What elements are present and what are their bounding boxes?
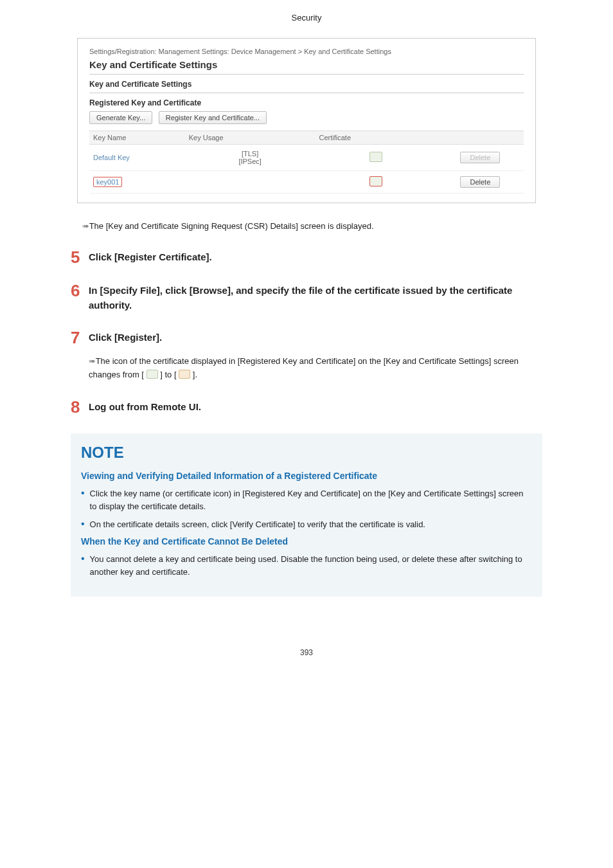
bullet-icon: • [81, 518, 85, 531]
panel-subhead: Key and Certificate Settings [89, 80, 524, 89]
divider [89, 74, 524, 75]
certificate-icon[interactable] [369, 152, 382, 162]
step-6: 6 In [Specify File], click [Browse], and… [71, 284, 542, 312]
bullet-icon: • [81, 553, 85, 579]
bullet-icon: • [81, 487, 85, 513]
col-key-name: Key Name [89, 131, 185, 145]
step-text: Log out from Remote UI. [89, 400, 542, 415]
step-8: 8 Log out from Remote UI. [71, 400, 542, 415]
delete-button: Delete [460, 152, 500, 163]
step-number: 5 [71, 249, 89, 266]
sub-text: ]. [193, 370, 197, 379]
panel-title: Key and Certificate Settings [89, 59, 524, 70]
note-bullet: • Click the key name (or certificate ico… [81, 487, 532, 513]
key-cert-table: Key Name Key Usage Certificate Default K… [89, 131, 524, 194]
step-number: 8 [71, 399, 89, 415]
key-usage [185, 171, 315, 194]
bullet-text: Click the key name (or certificate icon)… [90, 487, 532, 513]
register-key-cert-button[interactable]: Register Key and Certificate... [159, 111, 267, 124]
step-5: 5 Click [Register Certificate]. [71, 250, 542, 266]
panel-subhead-registered: Registered Key and Certificate [89, 98, 524, 107]
step-number: 7 [71, 329, 89, 346]
key-name-link[interactable]: Default Key [93, 154, 130, 161]
key-name-link[interactable]: key001 [93, 177, 122, 187]
divider [89, 93, 524, 93]
generate-key-button[interactable]: Generate Key... [89, 111, 152, 124]
certificate-icon-before [147, 370, 158, 379]
table-row: Default Key [TLS] [IPSec] Delete [89, 145, 524, 171]
step-7-sub: The icon of the certificate displayed in… [89, 355, 542, 382]
note-bullet: • You cannot delete a key and certificat… [81, 553, 532, 579]
step-text: Click [Register]. [89, 330, 542, 345]
breadcrumb: Settings/Registration: Management Settin… [89, 48, 524, 55]
page-number: 393 [0, 648, 613, 657]
table-row: key001 Delete [89, 171, 524, 194]
col-key-usage: Key Usage [185, 131, 315, 145]
col-certificate: Certificate [315, 131, 437, 145]
step-7: 7 Click [Register]. [71, 330, 542, 346]
note-title: NOTE [81, 444, 532, 462]
result-text: The [Key and Certificate Signing Request… [82, 221, 542, 231]
note-bullet: • On the certificate details screen, cli… [81, 518, 532, 531]
bullet-text: You cannot delete a key and certificate … [90, 553, 532, 579]
bullet-text: On the certificate details screen, click… [90, 518, 425, 531]
note-subhead-delete: When the Key and Certificate Cannot Be D… [81, 536, 532, 547]
step-number: 6 [71, 282, 89, 299]
key-usage: [TLS] [IPSec] [185, 145, 315, 171]
page-header: Security [0, 13, 613, 23]
delete-button[interactable]: Delete [460, 176, 500, 188]
note-subhead-viewing: Viewing and Verifying Detailed Informati… [81, 471, 532, 481]
step-text: In [Specify File], click [Browse], and s… [89, 284, 542, 312]
step-text: Click [Register Certificate]. [89, 250, 542, 265]
note-box: NOTE Viewing and Verifying Detailed Info… [71, 433, 542, 597]
certificate-icon-after [179, 370, 190, 379]
sub-text: ] to [ [160, 370, 179, 379]
col-action [437, 131, 524, 145]
certificate-icon[interactable] [369, 176, 382, 186]
settings-screenshot: Settings/Registration: Management Settin… [77, 38, 536, 203]
